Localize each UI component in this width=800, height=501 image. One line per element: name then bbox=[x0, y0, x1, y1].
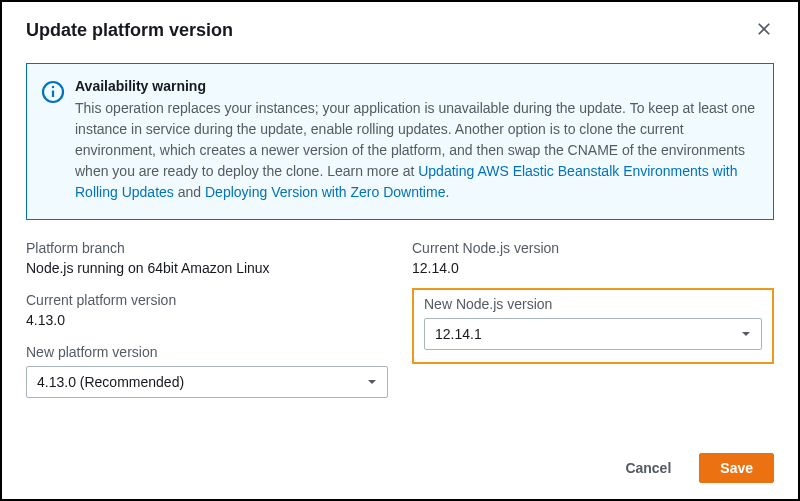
availability-warning-alert: Availability warning This operation repl… bbox=[26, 63, 774, 220]
new-platform-version-group: New platform version 4.13.0 (Recommended… bbox=[26, 344, 388, 398]
new-node-version-highlight: New Node.js version 12.14.1 bbox=[412, 288, 774, 364]
modal-title: Update platform version bbox=[26, 20, 233, 41]
alert-title: Availability warning bbox=[75, 78, 757, 94]
zero-downtime-link[interactable]: Deploying Version with Zero Downtime bbox=[205, 184, 445, 200]
new-node-version-select[interactable]: 12.14.1 bbox=[424, 318, 762, 350]
close-button[interactable] bbox=[754, 21, 774, 41]
modal-header: Update platform version bbox=[2, 2, 798, 55]
current-node-version-label: Current Node.js version bbox=[412, 240, 774, 256]
cancel-button[interactable]: Cancel bbox=[605, 454, 691, 482]
current-node-version-value: 12.14.0 bbox=[412, 260, 459, 276]
modal-footer: Cancel Save bbox=[605, 453, 774, 483]
new-platform-version-select[interactable]: 4.13.0 (Recommended) bbox=[26, 366, 388, 398]
new-platform-version-selected: 4.13.0 (Recommended) bbox=[26, 366, 388, 398]
current-node-version-group: Current Node.js version 12.14.0 bbox=[412, 240, 774, 276]
current-platform-version-value: 4.13.0 bbox=[26, 312, 65, 328]
alert-content: Availability warning This operation repl… bbox=[75, 78, 757, 203]
alert-text-suffix: . bbox=[445, 184, 449, 200]
left-column: Platform branch Node.js running on 64bit… bbox=[26, 240, 388, 414]
alert-text-and: and bbox=[174, 184, 205, 200]
platform-branch-group: Platform branch Node.js running on 64bit… bbox=[26, 240, 388, 276]
form-grid: Platform branch Node.js running on 64bit… bbox=[26, 240, 774, 414]
alert-text: This operation replaces your instances; … bbox=[75, 98, 757, 203]
info-icon bbox=[41, 80, 65, 104]
current-platform-version-group: Current platform version 4.13.0 bbox=[26, 292, 388, 328]
svg-point-4 bbox=[52, 86, 54, 88]
platform-branch-value: Node.js running on 64bit Amazon Linux bbox=[26, 260, 270, 276]
new-node-version-label: New Node.js version bbox=[424, 296, 762, 312]
new-platform-version-label: New platform version bbox=[26, 344, 388, 360]
right-column: Current Node.js version 12.14.0 New Node… bbox=[412, 240, 774, 414]
modal-body: Availability warning This operation repl… bbox=[2, 55, 798, 414]
close-icon bbox=[757, 22, 771, 39]
current-platform-version-label: Current platform version bbox=[26, 292, 388, 308]
save-button[interactable]: Save bbox=[699, 453, 774, 483]
new-node-version-selected: 12.14.1 bbox=[424, 318, 762, 350]
platform-branch-label: Platform branch bbox=[26, 240, 388, 256]
